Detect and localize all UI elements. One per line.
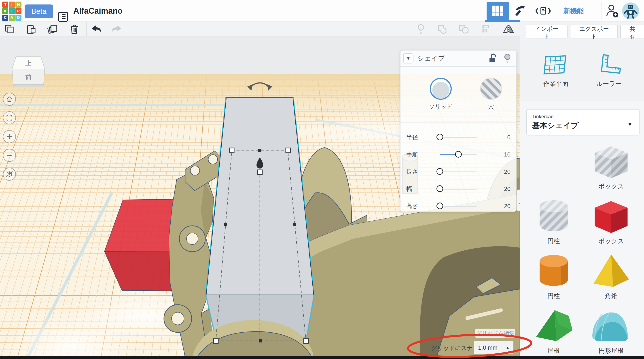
workplane-icon (542, 54, 569, 76)
height-slider[interactable] (440, 206, 477, 207)
tinkercad-logo[interactable]: TINKERCAD (2, 2, 22, 21)
invite-collaborator-button[interactable] (604, 0, 620, 22)
steps-slider[interactable] (440, 154, 477, 155)
lightbulb-icon[interactable] (503, 53, 512, 64)
perspective-toggle-button[interactable] (3, 168, 16, 180)
shape-item-roof-green[interactable]: 屋根 (525, 306, 582, 359)
delete-button[interactable] (68, 24, 80, 34)
shape-inspector-panel: ▼ シェイプ ソリッド 穴 (400, 50, 516, 212)
design-menu-icon (58, 12, 68, 22)
fit-view-button[interactable] (3, 111, 16, 124)
beta-button[interactable]: Beta (24, 4, 53, 18)
edit-grid-button[interactable]: グリッドを編集 (476, 328, 515, 338)
view-cube[interactable]: 上 前 (11, 54, 47, 98)
mirror-button[interactable] (503, 24, 514, 34)
shape-item-round-roof-cyan[interactable]: 円形屋根 (582, 306, 640, 359)
shape-item-pyramid-yellow[interactable]: 角錐 (582, 251, 640, 306)
paste-button[interactable] (25, 24, 37, 34)
design-title[interactable]: AlfaCaimano (73, 0, 122, 22)
selected-box-shape[interactable] (206, 98, 314, 337)
slider-knob[interactable] (455, 151, 462, 158)
toolbar-divider (86, 22, 87, 36)
duplicate-button[interactable] (46, 24, 58, 34)
home-icon (6, 96, 13, 102)
snap-value: 1.0 mm (478, 344, 498, 351)
logo-tile: R (16, 8, 22, 14)
group-button[interactable] (436, 24, 448, 34)
dashboard-grid-button[interactable] (486, 2, 509, 20)
design-properties-button[interactable] (58, 6, 68, 28)
view-cube-top-label[interactable]: 上 (25, 60, 32, 66)
logo-tile: K (2, 8, 8, 14)
redo-button[interactable] (111, 24, 122, 34)
shape-label: 円形屋根 (598, 346, 624, 355)
sidebar-tools: 作業平面 ルーラー (520, 41, 644, 101)
ruler-tool[interactable]: ルーラー (596, 54, 622, 88)
codeblocks-button[interactable] (533, 0, 553, 22)
hint-button[interactable] (415, 24, 427, 34)
shape-item-cylinder-orange[interactable]: 円柱 (525, 251, 582, 306)
unlock-icon[interactable] (488, 53, 498, 63)
user-avatar[interactable] (622, 2, 639, 20)
shapes-sidebar: インポート エクスポート 共有 作業平面 (520, 22, 644, 359)
header-divider (601, 2, 602, 20)
shape-label: 角錐 (605, 292, 618, 300)
slider-value: 20 (504, 168, 510, 175)
codeblocks-icon (534, 4, 552, 18)
logo-tile: E (9, 8, 15, 14)
logo-tile: N (16, 2, 22, 8)
align-button[interactable] (480, 24, 491, 34)
shape-item-box-striped[interactable]: ボックス (582, 142, 640, 196)
chevron-down-icon: ▼ (627, 121, 633, 128)
solid-option[interactable]: ソリッド (424, 75, 458, 111)
bottom-screen-strip (0, 356, 644, 359)
copy-button[interactable] (4, 24, 15, 34)
shape-sliders: 半径 0 手順 10 長さ 20 幅 20 高さ 20 (400, 123, 516, 215)
slider-value: 20 (504, 203, 510, 210)
red-box-thumbnail (588, 196, 634, 236)
undo-button[interactable] (90, 24, 102, 34)
perspective-cube-icon (6, 170, 13, 178)
slider-label: 幅 (406, 185, 440, 193)
slider-knob[interactable] (436, 202, 443, 209)
view-cube-front-label[interactable]: 前 (25, 74, 32, 81)
slider-knob[interactable] (436, 168, 443, 175)
panel-collapse-button[interactable]: ▼ (403, 53, 414, 64)
home-view-button[interactable] (3, 93, 16, 106)
share-button[interactable]: 共有 (620, 24, 644, 38)
slider-knob[interactable] (436, 134, 443, 140)
lightbulb-icon (417, 24, 425, 34)
snap-to-grid-select[interactable]: 1.0 mm ▲ (474, 341, 514, 354)
hole-option[interactable]: 穴 (474, 75, 508, 111)
minecraft-export-button[interactable] (512, 0, 528, 22)
width-slider[interactable] (440, 189, 477, 190)
slider-label: 長さ (406, 168, 440, 176)
pyramid-thumbnail (588, 251, 634, 291)
workplane-tool[interactable]: 作業平面 (542, 54, 569, 88)
radius-slider[interactable] (440, 137, 477, 138)
shape-collection-dropdown[interactable]: Tinkercad 基本シェイプ ▼ (526, 109, 640, 136)
logo-tile: T (2, 2, 8, 8)
redo-icon (111, 24, 122, 34)
shape-label: ボックス (598, 237, 624, 246)
logo-tile: I (9, 2, 15, 8)
import-button[interactable]: インポート (526, 24, 568, 38)
zoom-out-button[interactable] (3, 149, 16, 162)
slider-row-length: 長さ 20 (400, 163, 516, 180)
zoom-in-button[interactable] (3, 130, 16, 143)
shape-gallery: ボックス 円柱 ボックス (520, 142, 644, 359)
export-button[interactable]: エクスポート (570, 24, 618, 38)
logo-tile: C (2, 15, 8, 21)
new-features-link[interactable]: 新機能 (559, 0, 588, 22)
length-slider[interactable] (440, 172, 477, 172)
minus-icon (6, 152, 13, 159)
tinkercad-app: 上 前 ▼ シェイプ (0, 0, 644, 359)
pickaxe-icon (513, 4, 526, 18)
shape-item-cylinder-striped[interactable]: 円柱 (525, 196, 582, 251)
slider-knob[interactable] (436, 185, 443, 192)
shape-label: ボックス (598, 182, 624, 191)
ungroup-button[interactable] (458, 24, 470, 34)
hole-label: 穴 (488, 103, 494, 111)
shape-item-box-red[interactable]: ボックス (582, 196, 640, 251)
slider-row-height: 高さ 20 (400, 198, 516, 215)
